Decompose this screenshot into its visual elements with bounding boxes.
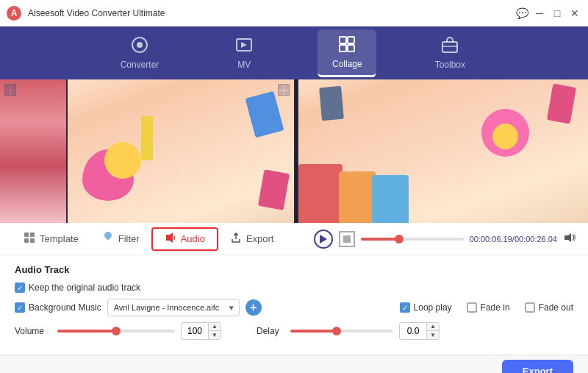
volume-value: 100 ▲ ▼ [181,322,221,340]
tab-export[interactable]: Export [218,223,286,255]
deco-clip-1 [245,91,284,138]
keep-original-text: Keep the original audio track [29,283,140,293]
delay-track[interactable] [290,330,393,333]
volume-icon[interactable] [563,231,576,247]
tab-template[interactable]: Template [12,223,90,255]
bg-music-text: Background Music [29,302,101,313]
fade-controls: ✓ Loop play Fade in Fade out [400,302,573,313]
music-select[interactable]: Avril Lavigne - Innocence.aifc Add Music… [107,299,240,316]
maximize-icon[interactable]: □ [550,6,564,21]
nav-converter[interactable]: Converter [109,30,171,76]
fade-in-label[interactable]: Fade in [467,302,510,313]
export-button[interactable]: Export [502,360,573,373]
loop-play-checkbox[interactable]: ✓ [400,302,410,313]
tabbar: Template Filter Audio Export [0,223,588,255]
nav-collage[interactable]: Collage [318,29,376,77]
delay-down-button[interactable]: ▼ [427,331,439,340]
tab-audio-label: Audio [181,233,205,244]
minimize-icon[interactable]: ─ [532,6,547,21]
fade-in-text: Fade in [481,302,510,313]
svg-marker-18 [564,233,571,242]
mv-icon [235,36,253,57]
bg-music-checkbox[interactable]: ✓ [15,302,25,313]
collage-label: Collage [332,59,362,69]
svg-rect-8 [348,45,354,51]
delay-thumb[interactable] [332,327,341,335]
window-controls: 💬 ─ □ ✕ [514,6,582,21]
right-preview [298,79,588,223]
converter-icon [131,36,148,57]
delay-container: Delay 0.0 ▲ ▼ [257,322,440,340]
delay-value: 0.0 ▲ ▼ [399,322,440,340]
navbar: Converter MV Collage [0,26,588,79]
progress-track[interactable] [361,238,464,241]
volume-spinners: ▲ ▼ [208,322,220,340]
delay-label: Delay [257,326,284,336]
music-select-wrapper: Avril Lavigne - Innocence.aifc Add Music… [107,299,240,316]
keep-original-row: ✓ Keep the original audio track [15,283,573,293]
playback-controls: 00:00:06.19/00:00:26.04 [314,230,576,249]
delay-up-button[interactable]: ▲ [427,322,439,331]
right-main-left-panel [68,79,294,223]
nav-mv[interactable]: MV [215,30,273,76]
converter-label: Converter [121,60,159,70]
volume-down-button[interactable]: ▼ [209,331,220,340]
preview-divider [295,79,297,223]
close-icon[interactable]: ✕ [567,6,582,21]
fade-out-checkbox[interactable] [525,302,535,313]
letter-r [339,171,376,223]
volume-label: Volume [15,326,51,336]
time-total: 00:00:26.04 [514,235,557,244]
time-display: 00:00:06.19/00:00:26.04 [470,235,557,244]
volume-input[interactable]: 100 [182,324,208,338]
fade-in-checkbox[interactable] [467,302,477,313]
bg-music-row: ✓ Background Music Avril Lavigne - Innoc… [15,299,573,316]
tab-audio[interactable]: Audio [151,227,218,251]
svg-rect-11 [24,232,29,237]
svg-rect-5 [340,37,346,43]
svg-text:A: A [11,8,18,18]
svg-rect-7 [340,45,346,51]
time-current: 00:00:06.19 [470,235,512,244]
app-logo: A [6,5,22,21]
svg-rect-6 [348,37,354,43]
tab-filter[interactable]: Filter [90,223,151,255]
add-music-button[interactable]: + [245,299,262,316]
keep-original-checkbox[interactable]: ✓ [15,283,25,293]
delay-input[interactable]: 0.0 [400,324,426,338]
chat-icon[interactable]: 💬 [514,6,529,21]
flower-center [492,124,518,149]
nav-toolbox[interactable]: Toolbox [420,30,479,76]
toolbox-label: Toolbox [435,60,465,70]
svg-point-3 [137,42,143,48]
collage-icon [338,35,356,56]
deco-clip-2 [258,169,290,210]
filter-icon [102,232,114,246]
tab-export-label: Export [246,233,274,244]
export-tab-icon [230,232,242,246]
fade-out-label[interactable]: Fade out [525,302,573,313]
volume-thumb[interactable] [112,327,121,335]
audio-icon [165,232,176,246]
play-button[interactable] [314,230,333,249]
volume-delay-row: Volume 100 ▲ ▼ Delay 0.0 ▲ ▼ [15,322,573,340]
bg-music-label[interactable]: ✓ Background Music [15,302,101,313]
volume-up-button[interactable]: ▲ [209,322,220,331]
left-strip [0,79,66,223]
stop-button[interactable] [339,231,355,247]
content-area: Audio Track ✓ Keep the original audio tr… [0,255,588,355]
svg-rect-17 [343,235,351,243]
mv-label: MV [237,60,251,70]
progress-fill [361,238,397,241]
volume-fill [57,330,116,333]
loop-play-label[interactable]: ✓ Loop play [400,302,452,313]
keep-original-label[interactable]: ✓ Keep the original audio track [15,283,140,293]
app-title: Aiseesoft Video Converter Ultimate [28,8,514,18]
svg-rect-9 [442,42,457,52]
volume-track[interactable] [57,330,175,333]
titlebar: A Aiseesoft Video Converter Ultimate 💬 ─… [0,0,588,26]
deco-shape-2 [104,142,141,179]
svg-marker-16 [320,235,327,244]
grid-overlay-icon-2 [278,84,290,96]
progress-thumb[interactable] [395,235,404,244]
